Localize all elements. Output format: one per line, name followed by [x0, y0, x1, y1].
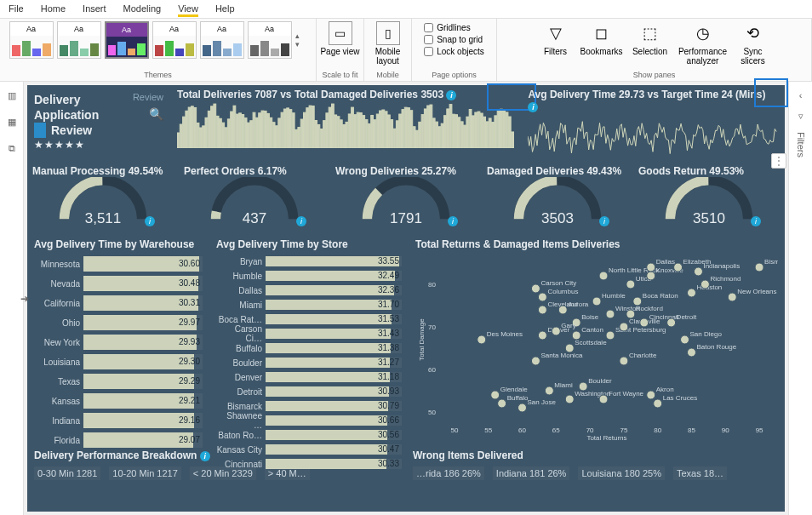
bar-row[interactable]: Baton Ro… 30.56 — [216, 429, 402, 441]
menu-insert[interactable]: Insert — [83, 3, 106, 14]
info-icon[interactable]: i — [599, 216, 609, 226]
info-icon[interactable]: i — [145, 216, 155, 226]
gauge-card[interactable]: Goods Return 49.53% 3510 i — [633, 160, 785, 233]
bar-row[interactable]: New York 29.93 — [34, 334, 203, 351]
gauge-card[interactable]: Damaged Deliveries 49.43% 3503 i — [482, 160, 633, 233]
svg-rect-69 — [371, 115, 374, 148]
svg-rect-109 — [483, 117, 486, 148]
snap-to-grid-checkbox[interactable]: Snap to grid — [424, 35, 484, 44]
store-panel[interactable]: Avg Delivery Time by Store Bryan 33.55 H… — [209, 233, 409, 444]
bar-row[interactable]: Denver 31.18 — [216, 371, 402, 383]
warehouse-panel[interactable]: Avg Delivery Time by Warehouse Minnesota… — [27, 233, 209, 444]
bar-row[interactable]: Dallas 32.36 — [216, 284, 402, 296]
menu-modeling[interactable]: Modeling — [123, 3, 162, 14]
total-deliveries-kpi[interactable]: Total Deliveries 7087 vs Total Damaged D… — [170, 85, 521, 160]
selection-pane-button[interactable]: ⬚Selection — [629, 21, 672, 66]
bar-row[interactable]: Nevada 30.48 — [34, 275, 203, 292]
theme-swatch[interactable]: Aa — [152, 21, 197, 59]
svg-rect-113 — [495, 116, 497, 148]
avg-delivery-time-kpi[interactable]: Avg Delivery Time 29.73 vs Target Time 2… — [521, 85, 785, 160]
themes-gallery[interactable]: Aa Aa Aa Aa Aa Aa ▴▾ — [9, 21, 307, 59]
filter-icon[interactable]: ▿ — [798, 111, 803, 122]
bar-row[interactable]: Boca Rat… 31.53 — [216, 313, 402, 325]
filters-pane-button[interactable]: ▽Filters — [537, 21, 575, 66]
review-link[interactable]: Review — [133, 92, 163, 107]
wrong-items-panel[interactable]: Wrong Items Delivered …rida 186 26% Indi… — [406, 444, 785, 482]
mobile-layout-button[interactable]: ▯Mobile layout — [364, 21, 412, 66]
bar-row[interactable]: Carson Ci… 31.43 — [216, 328, 402, 340]
model-view-icon[interactable]: ⧉ — [9, 143, 15, 154]
report-canvas[interactable]: ⋮ ➔ Delivery Review Application 🔍 Review — [24, 82, 788, 515]
bar-row[interactable]: Bryan 33.55 — [216, 255, 402, 267]
bar-row[interactable]: Ohio 29.97 — [34, 314, 203, 331]
svg-rect-32 — [267, 113, 270, 148]
svg-rect-80 — [402, 110, 404, 148]
data-view-icon[interactable]: ▦ — [8, 117, 16, 128]
bar-row[interactable]: Shawnee … 30.66 — [216, 415, 402, 426]
info-icon[interactable]: i — [448, 216, 458, 226]
svg-rect-12 — [211, 106, 214, 148]
gauge-card[interactable]: Manual Processing 49.54% 3,511 i — [27, 160, 179, 233]
svg-text:Aurora: Aurora — [568, 300, 589, 308]
svg-text:Total Returns: Total Returns — [586, 434, 626, 441]
performance-analyzer-button[interactable]: ◷Performance analyzer — [675, 21, 731, 66]
info-icon[interactable]: i — [200, 451, 210, 461]
svg-text:Des Moines: Des Moines — [487, 330, 523, 338]
svg-rect-39 — [287, 108, 289, 148]
page-view-button[interactable]: ▭Page view — [317, 21, 364, 56]
menu-help[interactable]: Help — [215, 3, 235, 14]
bar-row[interactable]: California 30.31 — [34, 295, 203, 312]
info-icon[interactable]: i — [446, 90, 456, 100]
bar-row[interactable]: Detroit 30.93 — [216, 386, 402, 398]
menu-home[interactable]: Home — [41, 3, 66, 14]
theme-swatch-selected[interactable]: Aa — [105, 21, 149, 59]
lock-objects-checkbox[interactable]: Lock objects — [424, 47, 484, 56]
bar-row[interactable]: Minnesota 30.60 — [34, 255, 203, 272]
theme-swatch[interactable]: Aa — [57, 21, 101, 59]
bar-row[interactable]: Texas 29.29 — [34, 373, 203, 390]
svg-point-186 — [633, 297, 642, 306]
document-icon — [34, 123, 46, 138]
bar-row[interactable]: Boulder 31.27 — [216, 357, 402, 369]
bar-row[interactable]: Humble 32.49 — [216, 270, 402, 282]
svg-rect-100 — [458, 117, 460, 148]
theme-swatch[interactable]: Aa — [248, 21, 292, 59]
sync-slicers-button[interactable]: ⟲Sync slicers — [735, 21, 772, 66]
svg-text:Baton Rouge: Baton Rouge — [696, 343, 736, 351]
bar-row[interactable]: Buffalo 31.38 — [216, 342, 402, 354]
svg-point-138 — [531, 357, 540, 365]
row-nav-arrow-icon[interactable]: ➔ — [20, 293, 29, 305]
bar-row[interactable]: Bismarck 30.79 — [216, 400, 402, 412]
bar-row[interactable]: Kansas 29.21 — [34, 392, 203, 409]
scatter-panel[interactable]: Total Returns & Damaged Items Deliveries… — [409, 233, 785, 444]
gauge-card[interactable]: Wrong Deliveries 25.27% 1791 i — [330, 160, 482, 233]
dashboard: ⋮ ➔ Delivery Review Application 🔍 Review — [27, 85, 785, 512]
themes-more[interactable]: ▴▾ — [295, 21, 307, 59]
bookmarks-pane-button[interactable]: ◻Bookmarks — [578, 21, 626, 66]
svg-point-212 — [674, 263, 683, 272]
svg-rect-18 — [227, 119, 230, 148]
svg-point-194 — [647, 263, 655, 272]
info-icon[interactable]: i — [296, 216, 306, 226]
menu-view[interactable]: View — [178, 3, 198, 14]
search-icon[interactable]: 🔍 — [149, 107, 163, 123]
report-view-icon[interactable]: ▥ — [8, 90, 16, 101]
filters-pane-label[interactable]: Filters — [796, 132, 806, 157]
bar-row[interactable]: Indiana 29.16 — [34, 412, 203, 429]
bar-row[interactable]: Louisiana 29.30 — [34, 353, 203, 370]
bar-row[interactable]: Miami 31.70 — [216, 299, 402, 311]
svg-rect-63 — [354, 115, 357, 148]
info-icon[interactable]: i — [528, 102, 538, 112]
theme-swatch[interactable]: Aa — [200, 21, 244, 59]
gauge-card[interactable]: Perfect Orders 6.17% 437 i — [179, 160, 330, 233]
theme-swatch[interactable]: Aa — [9, 21, 54, 59]
svg-text:90: 90 — [722, 426, 729, 434]
info-icon[interactable]: i — [751, 216, 761, 226]
collapse-icon[interactable]: ‹ — [799, 90, 803, 100]
svg-rect-68 — [368, 123, 370, 148]
svg-rect-31 — [264, 111, 266, 148]
gridlines-checkbox[interactable]: Gridlines — [424, 23, 484, 32]
menu-file[interactable]: File — [9, 3, 24, 14]
svg-rect-11 — [208, 111, 210, 148]
page-view-icon: ▭ — [329, 21, 352, 45]
